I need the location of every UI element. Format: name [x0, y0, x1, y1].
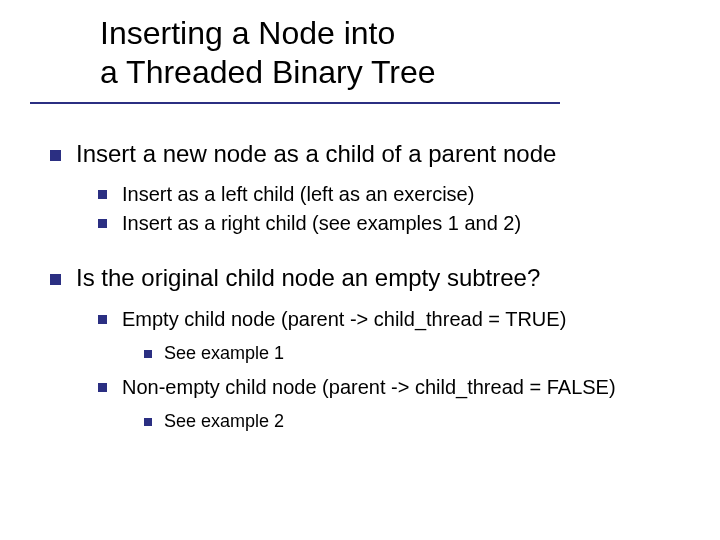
bullet-l2: Insert as a left child (left as an exerc…	[94, 180, 690, 209]
bullet-l2: Empty child node (parent -> child_thread…	[94, 305, 690, 367]
bullet-l3: See example 1	[140, 340, 690, 367]
bullet-text: Insert a new node as a child of a parent…	[76, 140, 556, 167]
bullet-l1: Is the original child node an empty subt…	[44, 262, 690, 434]
bullet-text: See example 2	[164, 411, 284, 431]
bullet-text: Non-empty child node (parent -> child_th…	[122, 376, 616, 398]
bullet-l2: Non-empty child node (parent -> child_th…	[94, 373, 690, 435]
bullet-l3: See example 2	[140, 408, 690, 435]
bullet-l2: Insert as a right child (see examples 1 …	[94, 209, 690, 238]
bullet-text: Is the original child node an empty subt…	[76, 264, 540, 291]
bullet-text: Empty child node (parent -> child_thread…	[122, 308, 566, 330]
bullet-text: Insert as a left child (left as an exerc…	[122, 183, 474, 205]
slide-body: Insert a new node as a child of a parent…	[0, 104, 720, 435]
bullet-text: Insert as a right child (see examples 1 …	[122, 212, 521, 234]
bullet-text: See example 1	[164, 343, 284, 363]
slide-title: Inserting a Node into a Threaded Binary …	[0, 0, 720, 92]
title-line-2: a Threaded Binary Tree	[100, 53, 720, 92]
title-line-1: Inserting a Node into	[100, 14, 720, 53]
slide: { "title": { "line1": "Inserting a Node …	[0, 0, 720, 540]
bullet-l1: Insert a new node as a child of a parent…	[44, 138, 690, 238]
